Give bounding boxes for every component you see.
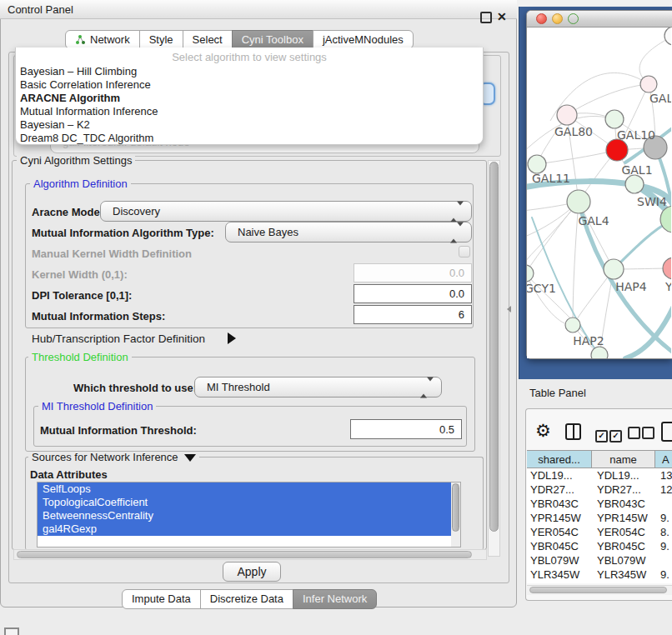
combo-arrows-icon (420, 381, 434, 393)
algorithm-option-bayesian-k2[interactable]: Bayesian – K2 (16, 118, 483, 132)
node-label: HAP2 (573, 334, 604, 348)
node-gal-pink[interactable] (640, 76, 657, 92)
tab-cyni-toolbox[interactable]: Cyni Toolbox (232, 30, 313, 49)
control-panel-titlebar[interactable]: Control Panel (0, 0, 517, 19)
network-canvas[interactable]: GAL GAL80 GAL10 GAL1 GAL11 SWI4 GAL4 GCY… (527, 28, 671, 358)
node-unlabeled-top[interactable] (664, 28, 671, 45)
sources-collapse-arrow-icon[interactable] (184, 454, 196, 462)
close-panel-icon[interactable]: ✕ (497, 10, 507, 23)
algorithm-dropdown[interactable]: Select algorithm to view settings Bayesi… (15, 48, 484, 145)
table-row[interactable]: YLR345W YLR345W 9. (527, 568, 672, 582)
node-hap2[interactable] (565, 318, 580, 332)
mi-type-combo[interactable]: Naive Bayes (225, 222, 472, 242)
node-gcy1[interactable] (527, 265, 534, 282)
tab-impute-data[interactable]: Impute Data (122, 589, 201, 609)
node-gal80[interactable] (557, 105, 577, 125)
column-header-name[interactable]: name (592, 450, 655, 468)
table-row[interactable]: YBR043C YBR043C (527, 497, 672, 511)
column-browser-icon[interactable] (565, 423, 581, 440)
kernel-width-input[interactable]: 0.0 (354, 263, 472, 282)
deselect-all-checkboxes-icon[interactable] (628, 427, 654, 442)
mi-threshold-input[interactable]: 0.5 (350, 419, 462, 439)
column-header-clipped[interactable]: A (655, 450, 672, 468)
window-minimize-icon[interactable] (552, 13, 563, 24)
which-threshold-combo[interactable]: MI Threshold (194, 377, 442, 398)
dpi-tolerance-label: DPI Tolerance [0,1]: (32, 289, 132, 302)
table-row[interactable]: YDR27... YDR27... 12 (527, 482, 672, 497)
attribute-item-selfloops[interactable]: SelfLoops (38, 482, 460, 496)
tab-infer-network[interactable]: Infer Network (293, 589, 377, 609)
table-row[interactable]: YPR145W YPR145W 9. (527, 511, 672, 525)
attribute-item-gal4rgexp[interactable]: gal4RGexp (38, 522, 460, 536)
float-panel-icon[interactable] (480, 12, 492, 23)
node-label: GAL11 (532, 172, 570, 185)
table-row[interactable]: YDL19... YDL19... 13 (527, 468, 672, 482)
table-row[interactable]: YER054C YER054C 8. (527, 525, 672, 539)
sources-legend: Sources for Network Inference (28, 452, 199, 462)
table-row[interactable]: YBR045C YBR045C 9. (527, 539, 672, 553)
algorithm-option-aracne[interactable]: ARACNE Algorithm (16, 92, 483, 105)
select-all-checkboxes-icon[interactable]: ✓✓ (595, 427, 622, 442)
node-unlabeled-bottom[interactable] (591, 347, 608, 358)
threshold-definition-legend: Threshold Definition (28, 352, 132, 362)
new-table-icon[interactable] (661, 422, 672, 442)
dropdown-list: Bayesian – Hill Climbing Basic Correlati… (16, 65, 483, 145)
algorithm-option-bayesian-hill[interactable]: Bayesian – Hill Climbing (16, 65, 483, 78)
node-gal11[interactable] (528, 155, 546, 173)
manual-kernel-checkbox[interactable] (459, 246, 470, 258)
tab-style[interactable]: Style (139, 30, 183, 49)
hub-definition-label[interactable]: Hub/Transcription Factor Definition (32, 332, 205, 345)
node-gal4[interactable] (567, 190, 590, 213)
attribute-item-betweennesscentrality[interactable]: BetweennessCentrality (38, 509, 460, 522)
node-swi4[interactable] (625, 175, 644, 193)
table-header-row: shared... name A (527, 450, 672, 468)
apply-button[interactable]: Apply (223, 562, 281, 582)
network-window[interactable]: GAL GAL80 GAL10 GAL1 GAL11 SWI4 GAL4 GCY… (526, 10, 672, 359)
tab-jactivemnodules[interactable]: jActiveMNodules (313, 30, 414, 49)
dpi-tolerance-input[interactable]: 0.0 (354, 284, 472, 303)
table-body: YDL19... YDL19... 13 YDR27... YDR27... 1… (527, 468, 672, 583)
settings-vscrollbar-thumb[interactable] (489, 162, 499, 532)
table-settings-gear-icon[interactable]: ⚙ (535, 421, 551, 441)
mi-threshold-label: Mutual Information Threshold: (40, 424, 197, 437)
column-header-shared-name[interactable]: shared... (527, 450, 592, 468)
splitpane-handle[interactable] (507, 306, 511, 312)
minimized-panel-icon[interactable] (4, 628, 19, 635)
node-gal10[interactable] (605, 110, 624, 128)
tab-select[interactable]: Select (183, 30, 233, 49)
table-row[interactable]: YIL052C YIL052C 9 (527, 582, 672, 583)
tab-discretize-data[interactable]: Discretize Data (200, 589, 293, 609)
node-hap4[interactable] (604, 259, 624, 279)
node-label: GAL1 (621, 163, 652, 177)
hub-expand-arrow-icon[interactable] (228, 332, 236, 344)
window-zoom-icon[interactable] (568, 13, 579, 24)
table-row[interactable]: YBL079W YBL079W (527, 553, 672, 568)
table-hscrollbar-thumb[interactable] (529, 587, 667, 593)
aracne-mode-combo[interactable]: Discovery (100, 201, 472, 222)
combo-arrows-icon (450, 226, 464, 238)
table-panel-title: Table Panel (529, 387, 586, 399)
node-gal1-red[interactable] (606, 139, 628, 161)
node-salmon-y[interactable] (663, 258, 671, 279)
node-label: GAL (649, 92, 671, 105)
control-panel-title: Control Panel (8, 3, 73, 16)
mi-steps-input[interactable]: 6 (354, 305, 472, 324)
aracne-mode-label: Aracne Mode: (32, 206, 103, 218)
algorithm-option-mutual-information[interactable]: Mutual Information Inference (16, 105, 483, 118)
algorithm-option-dream8[interactable]: Dream8 DC_TDC Algorithm (16, 132, 483, 145)
attributes-vscrollbar-thumb[interactable] (452, 483, 459, 532)
network-window-titlebar[interactable] (527, 11, 672, 28)
settings-hscrollbar-thumb[interactable] (17, 551, 472, 558)
algorithm-option-basic-correlation[interactable]: Basic Correlation Inference (16, 78, 483, 92)
table-panel-titlebar[interactable]: Table Panel (519, 379, 672, 406)
mi-steps-label: Mutual Information Steps: (32, 310, 165, 322)
attribute-item-topologicalcoefficient[interactable]: TopologicalCoefficient (38, 496, 460, 509)
data-attributes-list[interactable]: SelfLoops TopologicalCoefficient Between… (37, 482, 461, 548)
tab-network-label: Network (90, 31, 130, 48)
combo-arrows-icon (450, 205, 464, 218)
kernel-width-label: Kernel Width (0,1): (32, 268, 128, 281)
node-label: GCY1 (527, 282, 556, 295)
tab-network[interactable]: Network (65, 30, 140, 49)
window-close-icon[interactable] (536, 13, 547, 24)
node-label: Y (664, 280, 671, 293)
